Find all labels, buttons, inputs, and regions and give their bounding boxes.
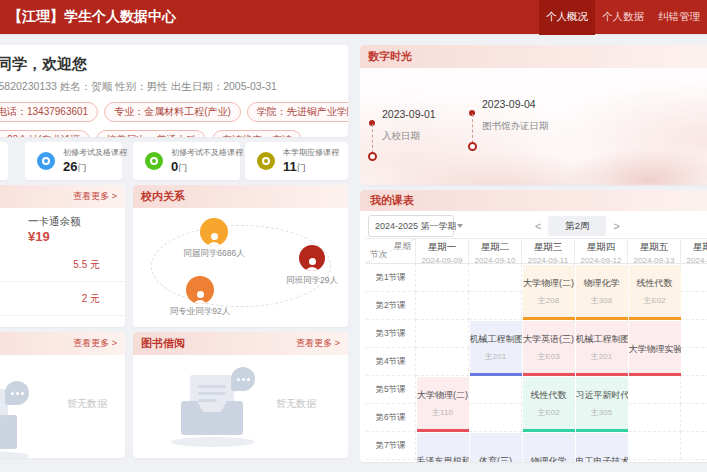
nav-item-个人数据[interactable]: 个人数据 [595,0,651,35]
timetable-card-header: 我的课表 [360,190,707,211]
timetable-day-header: 星期五2024-09-13 [628,238,681,264]
welcome-card: 贺顺同学，欢迎您 学号：5820230133 姓名：贺顺 性别：男性 出生日期：… [0,45,348,137]
timetable-cell [469,292,522,320]
course-name: 电工电子技术 [576,455,628,463]
course-count-icon [145,152,163,170]
stat-unit: 门 [178,163,187,173]
timetable-cell [681,292,707,320]
timeline-date: 2023-09-01 [382,108,436,120]
empty-inbox-illustration [0,385,45,458]
timetable-cell [628,376,681,404]
relation-node-label: 同班同学29人 [262,275,348,287]
course-room: 主208 [523,295,575,306]
course-block[interactable]: 习近平新时代中...主305 [576,377,628,432]
timetable-cell [416,292,469,320]
course-room: 主E03 [523,351,575,362]
course-name: 线性代数 [523,389,575,402]
stat-value: 11门 [283,160,339,173]
timetable-cell [628,404,681,432]
next-week-button[interactable]: > [613,221,619,232]
library-view-more-link[interactable]: 查看更多 > [296,337,340,350]
course-block[interactable]: 毛泽东思想和中... [417,433,469,463]
student-tag: 联系电话：13437963601 [0,102,98,122]
library-borrow-card: 图书借阅 查看更多 > 暂无数据 [133,332,348,458]
app-header: 【江理】学生个人数据中心 个人概况个人数据纠错管理 [0,0,707,35]
timetable-cell [416,348,469,376]
timetable-cell [681,264,707,292]
stat-card: 本学期应修课程11门 [245,142,348,180]
prev-week-button[interactable]: < [535,221,541,232]
app-title: 【江理】学生个人数据中心 [0,8,176,26]
relations-card-title: 校内关系 [141,189,185,204]
nav-item-个人概况[interactable]: 个人概况 [539,0,595,35]
course-block[interactable]: 线性代数主E02 [629,265,681,320]
course-name: 机械工程制图 [470,333,522,346]
timetable-day-header: 星期六2024-09-14 [681,238,707,264]
timeline-label: 入校日期 [382,130,420,143]
course-block[interactable]: 体育(三) [470,433,522,463]
balance-card-header: 查看更多 > [0,185,125,208]
timetable-toolbar: 2024-2025 第一学期 < 第2周 > [360,211,707,239]
balance-value: ¥19 [28,229,50,244]
stat-unit: 门 [77,163,86,173]
course-block[interactable]: 大学物理(二)主110 [417,377,469,432]
course-room: 主201 [576,351,628,362]
course-name: 体育(三) [470,455,522,463]
course-block[interactable]: 大学物理实验 [629,321,681,376]
timeline-label: 图书馆办证日期 [482,120,549,133]
week-navigation: < 第2周 > [535,215,620,237]
corner-week-label: 星期 [394,241,411,253]
course-block[interactable]: 电工电子技术 [576,433,628,463]
day-name: 星期三 [522,241,574,254]
stat-value: 0门 [171,160,243,173]
day-name: 星期四 [575,241,627,254]
timetable-cell [469,404,522,432]
bottom-left-view-more-link[interactable]: 查看更多 > [73,337,117,350]
stat-card-partial [0,142,8,180]
course-block[interactable]: 机械工程制图主201 [576,321,628,376]
transaction-row: 2 元 [0,282,125,316]
timetable-day-header: 星期二2024-09-10 [469,238,522,264]
course-block[interactable]: 物理化学主308 [576,265,628,320]
student-info-line: 学号：5820230133 姓名：贺顺 性别：男性 出生日期：2005-03-3… [0,80,348,94]
course-room: 主E02 [523,407,575,418]
day-name: 星期二 [469,241,521,254]
my-timetable-card: 我的课表 2024-2025 第一学期 < 第2周 > 星期节次星期一2024-… [360,190,707,462]
period-label-cell: 第1节课 [366,264,416,292]
timetable-cell [628,432,681,460]
transaction-row: 5.5 元 [0,316,125,327]
library-card-header: 图书借阅 查看更多 > [133,332,348,355]
course-block[interactable]: 线性代数主E02 [523,377,575,432]
course-name: 大学物理实验 [629,343,681,356]
period-label-cell: 第5节课 [366,376,416,404]
campus-card-balance-card: 查看更多 > 一卡通余额 ¥19 5.5 元2 元5.5 元 [0,185,125,327]
course-name: 物理化学 [576,277,628,290]
transaction-row: 5.5 元 [0,248,125,282]
timetable-cell [469,376,522,404]
student-tag: 班级：23金材(产业)1班 [0,130,90,137]
course-room: 主308 [576,295,628,306]
student-data-center-page: { "header": { "title": "【江理】学生个人数据中心", "… [0,0,707,472]
timeline-card-header: 数字时光 [360,45,707,68]
semester-select[interactable]: 2024-2025 第一学期 [368,215,454,237]
course-block[interactable]: 大学物理(二)主208 [523,265,575,320]
stat-label: 本学期应修课程 [283,149,339,157]
timeline-line [372,124,373,153]
timetable-day-header: 星期三2024-09-11 [522,238,575,264]
stat-card: 初修考试及格课程26门 [25,142,122,180]
balance-view-more-link[interactable]: 查看更多 > [73,190,117,203]
nav-item-纠错管理[interactable]: 纠错管理 [651,0,707,35]
course-block[interactable]: 机械工程制图主201 [470,321,522,376]
course-room: 主E02 [629,295,681,306]
campus-relations-card: 校内关系 同届同学6686人同班同学29人同专业同学92人 [133,185,348,327]
transaction-list: 5.5 元2 元5.5 元 [0,248,125,327]
semester-select-value: 2024-2025 第一学期 [375,220,457,233]
course-block[interactable]: 大学英语(三)主E03 [523,321,575,376]
course-count-icon [37,152,55,170]
corner-period-label: 节次 [370,249,387,261]
timetable-cell [416,320,469,348]
timetable-cell [681,376,707,404]
relation-node-label: 同届同学6686人 [164,248,264,260]
inbox-tray [0,415,17,449]
course-block[interactable]: 物理化学 [523,433,575,463]
